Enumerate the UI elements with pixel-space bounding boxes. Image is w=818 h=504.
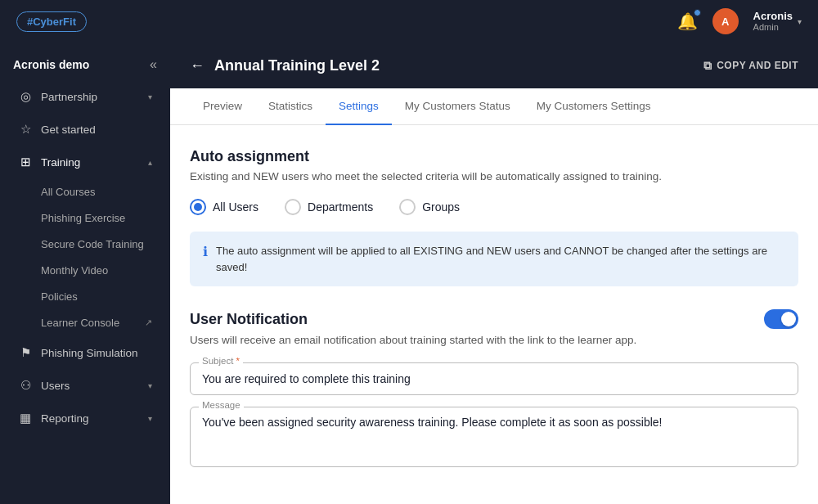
sidebar: Acronis demo « ◎ Partnership ▾ ☆ Get sta…: [0, 43, 170, 504]
message-label: Message: [199, 400, 244, 410]
sidebar-item-reporting[interactable]: ▦ Reporting ▾: [5, 403, 165, 434]
toggle-knob: [781, 312, 796, 326]
tab-my-customers-settings[interactable]: My Customers Settings: [524, 88, 664, 125]
sidebar-item-policies[interactable]: Policies: [5, 284, 165, 309]
info-icon: ℹ: [203, 244, 208, 275]
radio-all-users[interactable]: All Users: [190, 199, 258, 215]
notification-badge: [694, 9, 701, 16]
reporting-icon: ▦: [18, 411, 33, 425]
notification-fields: Subject * Message: [190, 362, 798, 467]
sidebar-label-training: Training: [41, 156, 80, 169]
training-sub-menu: All Courses Phishing Exercise Secure Cod…: [0, 178, 170, 336]
tab-my-customers-status[interactable]: My Customers Status: [392, 88, 524, 125]
reporting-chevron-icon: ▾: [148, 414, 152, 423]
user-notification-header: User Notification: [190, 309, 798, 329]
radio-groups-indicator: [399, 199, 416, 215]
user-menu[interactable]: Acronis Admin ▾: [753, 10, 802, 34]
radio-all-users-label: All Users: [213, 200, 258, 214]
auto-assignment-description: Existing and NEW users who meet the sele…: [190, 170, 798, 182]
sidebar-item-monthly-video[interactable]: Monthly Video: [5, 258, 165, 283]
message-textarea[interactable]: [202, 416, 786, 455]
org-name: Acronis demo: [13, 58, 89, 71]
auto-assignment-info-box: ℹ The auto assignment will be applied to…: [190, 232, 798, 286]
user-notification-section: User Notification Users will receive an …: [190, 309, 798, 467]
external-link-icon: ↗: [145, 317, 152, 328]
partnership-chevron-icon: ▾: [148, 92, 152, 101]
user-name: Acronis: [753, 10, 793, 23]
tab-statistics[interactable]: Statistics: [255, 88, 326, 125]
sidebar-collapse-button[interactable]: «: [150, 57, 157, 72]
sidebar-item-get-started[interactable]: ☆ Get started: [5, 114, 165, 145]
sidebar-label-phishing-simulation: Phishing Simulation: [41, 347, 138, 359]
subject-field-wrapper: Subject *: [190, 362, 798, 395]
radio-groups-label: Groups: [422, 200, 460, 214]
training-icon: ⊞: [18, 155, 33, 169]
tab-preview[interactable]: Preview: [190, 88, 255, 125]
user-notification-toggle[interactable]: [764, 309, 798, 329]
sidebar-item-all-courses[interactable]: All Courses: [5, 179, 165, 205]
user-avatar: A: [712, 8, 739, 34]
notifications-bell[interactable]: 🔔: [677, 11, 698, 31]
radio-departments-label: Departments: [308, 200, 373, 214]
sidebar-item-phishing-exercise[interactable]: Phishing Exercise: [5, 205, 165, 231]
auto-assignment-section: Auto assignment Existing and NEW users w…: [190, 148, 798, 286]
subject-label: Subject *: [199, 356, 243, 366]
copy-and-edit-button[interactable]: ⧉ COPY AND EDIT: [703, 59, 798, 73]
user-role: Admin: [753, 22, 793, 33]
logo-badge[interactable]: #CyberFit: [16, 11, 87, 32]
copy-icon: ⧉: [703, 59, 712, 73]
subject-required-marker: *: [233, 356, 240, 366]
sidebar-label-reporting: Reporting: [41, 412, 89, 425]
training-chevron-icon: ▴: [148, 158, 152, 167]
sidebar-item-learner-console[interactable]: Learner Console ↗: [5, 310, 165, 335]
top-navigation: #CyberFit 🔔 A Acronis Admin ▾: [0, 0, 818, 43]
sidebar-item-partnership[interactable]: ◎ Partnership ▾: [5, 81, 165, 112]
get-started-icon: ☆: [18, 122, 33, 137]
tab-bar: Preview Statistics Settings My Customers…: [170, 88, 818, 125]
back-button[interactable]: ←: [190, 57, 204, 74]
users-icon: ⚇: [18, 378, 33, 393]
sidebar-item-phishing-simulation[interactable]: ⚑ Phishing Simulation: [5, 337, 165, 368]
radio-departments[interactable]: Departments: [285, 199, 373, 215]
radio-groups[interactable]: Groups: [399, 199, 460, 215]
sidebar-label-users: Users: [41, 380, 70, 392]
partnership-icon: ◎: [18, 89, 33, 104]
auto-assignment-title: Auto assignment: [190, 148, 798, 165]
subject-input[interactable]: [202, 372, 786, 385]
page-header: ← Annual Training Level 2 ⧉ COPY AND EDI…: [170, 43, 818, 88]
radio-departments-indicator: [285, 199, 301, 215]
user-notification-title: User Notification: [190, 311, 308, 328]
settings-content: Auto assignment Existing and NEW users w…: [170, 125, 818, 504]
radio-all-users-indicator: [190, 199, 206, 215]
users-chevron-icon: ▾: [148, 381, 152, 390]
user-menu-chevron-icon: ▾: [798, 17, 802, 26]
sidebar-label-get-started: Get started: [41, 124, 96, 136]
page-title: Annual Training Level 2: [214, 57, 380, 74]
phishing-simulation-icon: ⚑: [18, 345, 33, 360]
user-notification-description: Users will receive an email notification…: [190, 334, 798, 346]
tab-settings[interactable]: Settings: [326, 88, 392, 125]
radio-group-assignment: All Users Departments Groups: [190, 199, 798, 215]
main-content: ← Annual Training Level 2 ⧉ COPY AND EDI…: [170, 43, 818, 504]
sidebar-item-training[interactable]: ⊞ Training ▴: [5, 146, 165, 178]
sidebar-item-users[interactable]: ⚇ Users ▾: [5, 370, 165, 401]
auto-assignment-info-text: The auto assignment will be applied to a…: [216, 243, 785, 275]
sidebar-item-secure-code-training[interactable]: Secure Code Training: [5, 232, 165, 257]
sidebar-label-partnership: Partnership: [41, 91, 97, 103]
message-field-wrapper: Message: [190, 407, 798, 467]
